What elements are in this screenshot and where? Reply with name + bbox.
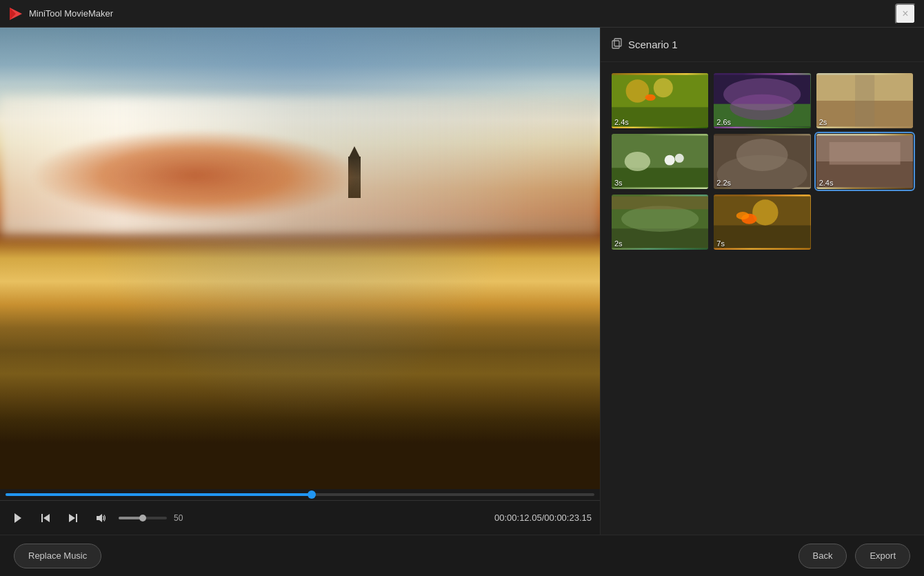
thumbnail-7[interactable]: 2s	[612, 195, 708, 250]
current-time: 00:00:12.05	[494, 513, 542, 523]
video-preview	[0, 28, 600, 489]
svg-point-18	[723, 78, 801, 110]
volume-track[interactable]	[119, 517, 167, 519]
video-controls: 50 00:00:12.05/00:00:23.15	[0, 500, 600, 535]
svg-point-14	[645, 95, 656, 101]
thumb-duration-3: 2s	[819, 118, 827, 126]
app-logo-icon	[8, 6, 23, 21]
volume-button[interactable]	[91, 508, 110, 528]
svg-point-29	[736, 139, 788, 171]
play-icon	[12, 513, 23, 524]
volume-value: 50	[174, 513, 190, 523]
thumbnails-grid: 2.4s 2.6s	[601, 62, 924, 261]
thumbnail-8[interactable]: 7s	[714, 195, 810, 250]
progress-track[interactable]	[6, 493, 594, 496]
scenario-panel: Scenario 1 2.4s	[600, 28, 924, 535]
thumb-duration-6: 2.4s	[819, 179, 834, 187]
svg-rect-23	[612, 168, 708, 187]
svg-marker-6	[69, 514, 75, 522]
svg-point-39	[752, 199, 778, 225]
thumbnail-4[interactable]: 3s	[612, 134, 708, 189]
replace-music-button[interactable]: Replace Music	[14, 544, 101, 568]
svg-point-35	[621, 206, 699, 232]
svg-point-12	[626, 79, 650, 103]
play-button[interactable]	[8, 508, 28, 528]
thumb-image-7	[612, 195, 708, 250]
svg-point-41	[736, 212, 750, 219]
thumb-duration-8: 7s	[716, 239, 725, 248]
thumb-svg-3	[816, 73, 913, 128]
thumbnail-3[interactable]: 2s	[816, 73, 913, 128]
svg-rect-38	[714, 226, 810, 248]
thumb-svg-7	[612, 195, 708, 250]
thumbnail-1[interactable]: 2.4s	[612, 73, 708, 128]
video-canvas	[0, 28, 600, 489]
main-content: 50 00:00:12.05/00:00:23.15 Scenario 1	[0, 28, 924, 535]
next-frame-icon	[68, 513, 79, 524]
thumbnail-5[interactable]: 2.2s	[714, 134, 810, 189]
next-frame-button[interactable]	[63, 508, 83, 528]
thumb-duration-1: 2.4s	[614, 118, 629, 126]
svg-point-26	[675, 154, 684, 163]
progress-thumb[interactable]	[308, 490, 316, 499]
time-display: 00:00:12.05/00:00:23.15	[494, 513, 592, 523]
total-time: 00:00:23.15	[544, 513, 592, 523]
thumb-svg-4	[612, 134, 708, 189]
svg-rect-5	[76, 514, 77, 522]
svg-marker-2	[14, 513, 21, 523]
progress-fill	[6, 493, 312, 496]
thumbnail-2[interactable]: 2.6s	[714, 73, 810, 128]
svg-marker-4	[43, 514, 50, 522]
scenario-header: Scenario 1	[601, 28, 924, 62]
svg-rect-32	[829, 142, 900, 165]
thumb-duration-5: 2.2s	[716, 179, 731, 187]
svg-point-13	[654, 78, 673, 97]
svg-rect-8	[612, 41, 619, 48]
back-button[interactable]: Back	[799, 544, 847, 568]
close-button[interactable]: ×	[895, 3, 916, 24]
thumb-duration-2: 2.6s	[716, 118, 731, 126]
thumb-duration-7: 2s	[614, 239, 623, 248]
thumbnail-6[interactable]: 2.4s	[816, 134, 913, 189]
scene-church	[348, 157, 361, 198]
volume-slider-container: 50	[119, 513, 190, 523]
thumb-image-8	[714, 195, 810, 250]
thumb-duration-4: 3s	[614, 179, 623, 187]
bottom-bar: Replace Music Back Export	[0, 535, 924, 576]
prev-frame-button[interactable]	[36, 508, 55, 528]
title-bar: MiniTool MovieMaker ×	[0, 0, 924, 28]
svg-rect-9	[614, 39, 621, 46]
app-title: MiniTool MovieMaker	[29, 8, 113, 19]
svg-rect-36	[612, 197, 708, 210]
thumb-image-3	[816, 73, 913, 128]
volume-thumb[interactable]	[139, 515, 146, 522]
svg-point-24	[625, 152, 650, 171]
prev-frame-icon	[40, 513, 51, 524]
copy-icon	[612, 38, 623, 52]
progress-row	[0, 489, 600, 500]
svg-rect-3	[41, 514, 43, 522]
scenario-title: Scenario 1	[628, 39, 678, 50]
svg-point-25	[665, 155, 675, 166]
svg-rect-21	[855, 75, 874, 127]
volume-icon	[95, 513, 106, 524]
svg-marker-7	[97, 514, 102, 522]
copy-svg-icon	[612, 38, 623, 49]
thumb-image-4	[612, 134, 708, 189]
thumb-svg-8	[714, 195, 810, 250]
video-panel: 50 00:00:12.05/00:00:23.15	[0, 28, 600, 535]
export-button[interactable]: Export	[855, 544, 910, 568]
